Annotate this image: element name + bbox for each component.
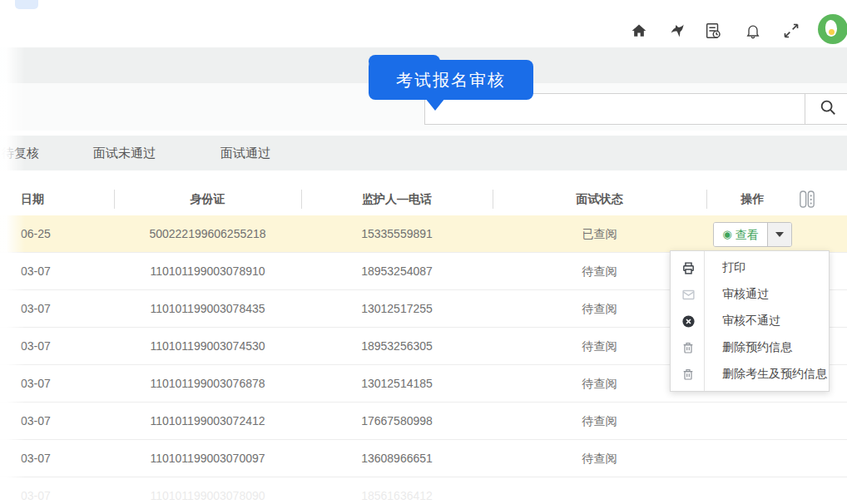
menu-item-5[interactable]: 删除考生及预约信息: [671, 361, 829, 388]
avatar-figure-dot: [829, 29, 835, 35]
header-divider: [706, 190, 707, 209]
cell-id_card: 500222199606255218: [114, 215, 301, 252]
cell-date: 03-07: [21, 440, 112, 477]
search-icon: [819, 98, 837, 120]
cell-status: 已查阅: [493, 215, 706, 252]
tab-2[interactable]: 面试未通过: [93, 136, 156, 170]
cell-id_card: 110101199003078090: [114, 477, 301, 504]
table-header: 日期身份证监护人—电话面试状态操作: [0, 183, 847, 215]
clipped-tooltip-fragment: [15, 0, 38, 9]
column-header-status: 面试状态: [493, 183, 706, 215]
page-tooltip: 考试报名审核: [369, 60, 533, 100]
fullscreen-icon[interactable]: [782, 22, 800, 40]
menu-item-2[interactable]: 审核通过: [671, 281, 829, 308]
header-divider: [493, 190, 493, 209]
cell-date: 03-07: [21, 290, 112, 327]
cell-id_card: 110101199003072412: [114, 403, 301, 439]
table-row[interactable]: 03-0711010119900307809018561636412: [0, 477, 847, 504]
cell-id_card: 110101199003070097: [114, 440, 301, 477]
column-settings-icon[interactable]: [799, 190, 819, 210]
cell-date: 03-07: [21, 365, 112, 402]
table-row[interactable]: 03-0711010119900307241217667580998待查阅: [0, 403, 847, 440]
header-divider: [301, 190, 302, 209]
cell-date: 06-25: [21, 215, 112, 252]
menu-item-4[interactable]: 删除预约信息: [671, 334, 829, 361]
menu-item-3[interactable]: 审核不通过: [671, 308, 829, 334]
table-row[interactable]: 03-0711010119900307009713608966651待查阅: [0, 440, 847, 477]
tooltip-arrow: [425, 98, 445, 111]
cell-id_card: 110101199003078435: [114, 290, 301, 327]
action-dropdown-menu: 打印审核通过审核不通过删除预约信息删除考生及预约信息: [670, 250, 830, 392]
cell-id_card: 110101199003078910: [114, 253, 301, 289]
cell-id_card: 110101199003074530: [114, 328, 301, 364]
cell-status: 待查阅: [493, 403, 706, 439]
cell-guardian_phone: 13012514185: [301, 365, 493, 402]
swallow-icon[interactable]: [669, 22, 687, 40]
cell-guardian_phone: 17667580998: [301, 403, 493, 439]
cell-status: 待查阅: [493, 440, 706, 477]
cell-date: 03-07: [21, 477, 112, 504]
cell-guardian_phone: 18953256305: [301, 328, 493, 364]
view-button-label: 查看: [736, 224, 759, 245]
more-actions-button[interactable]: [767, 223, 791, 246]
cell-status: [493, 477, 706, 504]
cell-guardian_phone: 13608966651: [301, 440, 493, 477]
menu-item-label: 删除考生及预约信息: [722, 367, 827, 382]
menu-item-1[interactable]: 打印: [671, 254, 829, 281]
tab-1[interactable]: 待复核: [2, 136, 39, 170]
column-header-date: 日期: [21, 183, 112, 215]
cell-date: 03-07: [21, 403, 112, 439]
circle-x-icon: [681, 314, 696, 329]
menu-item-label: 打印: [722, 260, 745, 275]
cell-guardian_phone: 15335559891: [301, 215, 493, 252]
caret-down-icon: [775, 232, 784, 237]
cell-guardian_phone: 18561636412: [301, 477, 493, 504]
cell-date: 03-07: [21, 253, 112, 289]
printer-icon: [681, 260, 696, 275]
bell-icon[interactable]: [744, 22, 762, 40]
trash-icon: [681, 367, 696, 382]
menu-item-label: 审核通过: [722, 287, 769, 302]
audit-doc-icon[interactable]: [704, 22, 722, 40]
trash-icon: [681, 340, 696, 355]
user-avatar[interactable]: [818, 14, 847, 44]
row-action-buttons: ◉查看: [713, 222, 791, 247]
header-divider: [114, 190, 115, 209]
column-header-id_card: 身份证: [114, 183, 301, 215]
menu-item-label: 删除预约信息: [722, 340, 792, 355]
column-header-guardian_phone: 监护人—电话: [301, 183, 493, 215]
search-button[interactable]: [805, 93, 847, 125]
home-icon[interactable]: [630, 22, 648, 40]
cell-guardian_phone: 18953254087: [301, 253, 493, 289]
eye-icon: ◉: [722, 224, 731, 245]
cell-guardian_phone: 13012517255: [301, 290, 493, 327]
view-button[interactable]: ◉查看: [714, 223, 766, 246]
mail-icon: [681, 287, 696, 302]
cell-id_card: 110101199003076878: [114, 365, 301, 402]
table-row[interactable]: 06-2550022219960625521815335559891已查阅◉查看: [0, 215, 847, 253]
page-tooltip-label: 考试报名审核: [396, 69, 506, 91]
menu-item-label: 审核不通过: [722, 314, 780, 329]
tab-3[interactable]: 面试通过: [220, 136, 270, 170]
column-header-op: 操作: [706, 183, 799, 215]
cell-date: 03-07: [21, 328, 112, 364]
